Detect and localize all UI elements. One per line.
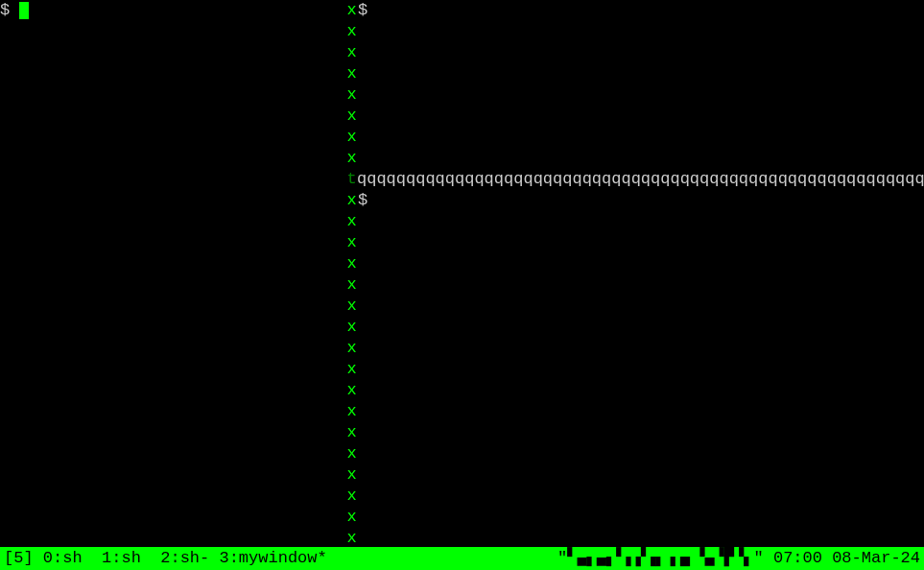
prompt-char: $ bbox=[358, 1, 377, 19]
border-vert-char: x bbox=[346, 84, 357, 106]
shell-prompt-left[interactable]: $ bbox=[0, 0, 346, 21]
window-tab-2[interactable]: 2:sh- bbox=[160, 549, 209, 567]
border-vert-char: x bbox=[346, 296, 357, 317]
border-vert-char: x bbox=[346, 422, 357, 443]
border-vert-char: x bbox=[346, 359, 357, 380]
hborder-fill: qqqqqqqqqqqqqqqqqqqqqqqqqqqqqqqqqqqqqqqq… bbox=[357, 170, 924, 188]
prompt-char: $ bbox=[358, 191, 377, 209]
border-vert-char: x bbox=[346, 148, 357, 169]
window-tab-3[interactable]: 3:mywindow* bbox=[219, 549, 326, 567]
host-glyphs: ▘▄▖▄▖▘▖▞▗▖▗▗▖▝▄▝▛▝▖ bbox=[567, 548, 753, 569]
border-vert-char: x bbox=[346, 380, 357, 401]
border-vert-char: x bbox=[346, 42, 357, 63]
host-quote-open: " bbox=[557, 548, 567, 569]
border-vert-char: x bbox=[346, 232, 357, 253]
clock-time: 07:00 bbox=[773, 548, 822, 569]
border-vert-char: x bbox=[346, 211, 357, 232]
border-vert-char: x bbox=[346, 507, 357, 528]
border-vert-char: x bbox=[346, 443, 357, 464]
pane-right-top[interactable]: $ bbox=[358, 0, 924, 169]
window-list: 0:sh 1:sh 2:sh- 3:mywindow* bbox=[43, 548, 327, 569]
shell-prompt-right-top[interactable]: $ bbox=[358, 0, 924, 21]
window-tab-0[interactable]: 0:sh bbox=[43, 549, 83, 567]
prompt-char: $ bbox=[0, 1, 19, 19]
window-gap bbox=[209, 549, 219, 567]
border-vert-char: x bbox=[346, 401, 357, 422]
border-vert-char: x bbox=[346, 274, 357, 296]
border-vert-char: x bbox=[346, 528, 357, 549]
border-vert-char: x bbox=[346, 317, 357, 338]
border-vert-char: x bbox=[346, 338, 357, 359]
vertical-pane-border: xxxxxxxxtxxxxxxxxxxxxxxxxx bbox=[346, 0, 357, 547]
border-vert-char: x bbox=[346, 63, 357, 84]
window-gap bbox=[141, 549, 160, 567]
pane-left[interactable]: $ bbox=[0, 0, 346, 547]
border-vert-char: x bbox=[346, 486, 357, 507]
clock-date: 08-Mar-24 bbox=[832, 548, 920, 569]
border-vert-char: x bbox=[346, 106, 357, 127]
border-vert-char: x bbox=[346, 190, 357, 211]
status-right: "▘▄▖▄▖▘▖▞▗▖▗▗▖▝▄▝▛▝▖" 07:00 08-Mar-24 bbox=[557, 548, 920, 569]
tmux-screen: $ xxxxxxxxtxxxxxxxxxxxxxxxxx $ qqqqqqqqq… bbox=[0, 0, 924, 570]
border-vert-char: x bbox=[346, 21, 357, 42]
border-vert-char: x bbox=[346, 0, 357, 21]
horizontal-pane-border: qqqqqqqqqqqqqqqqqqqqqqqqqqqqqqqqqqqqqqqq… bbox=[357, 169, 924, 190]
status-left: [5] 0:sh 1:sh 2:sh- 3:mywindow* bbox=[4, 548, 327, 569]
pane-right-bottom[interactable]: $ bbox=[358, 190, 924, 547]
host-quote-close: " bbox=[754, 548, 764, 569]
border-tee-char: t bbox=[346, 169, 357, 190]
window-gap bbox=[83, 549, 102, 567]
cursor bbox=[19, 2, 29, 19]
shell-prompt-right-bottom[interactable]: $ bbox=[358, 190, 924, 211]
border-vert-char: x bbox=[346, 464, 357, 486]
border-vert-char: x bbox=[346, 253, 357, 274]
session-indicator[interactable]: [5] bbox=[4, 548, 34, 569]
window-tab-1[interactable]: 1:sh bbox=[102, 549, 141, 567]
border-vert-char: x bbox=[346, 127, 357, 148]
tmux-statusbar: [5] 0:sh 1:sh 2:sh- 3:mywindow* "▘▄▖▄▖▘▖… bbox=[0, 547, 924, 570]
